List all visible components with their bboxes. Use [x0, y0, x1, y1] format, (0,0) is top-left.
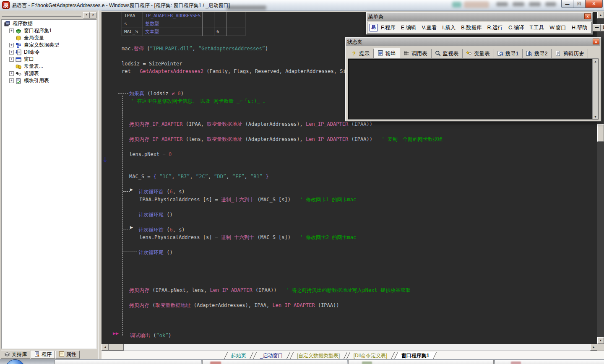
- code-line[interactable]: 调试输出 (“ok”): [130, 333, 172, 338]
- scroll-down-button[interactable]: ▼: [597, 337, 604, 344]
- status-tab[interactable]: 监视表: [432, 49, 463, 58]
- variable-row[interactable]: s整数型: [122, 20, 245, 28]
- vertical-scroll-thumb[interactable]: [597, 124, 604, 142]
- variable-cell[interactable]: [203, 20, 214, 28]
- menu-item[interactable]: B.数据库: [461, 24, 482, 31]
- variable-name[interactable]: MAC_S: [122, 28, 143, 36]
- expand-icon[interactable]: +: [9, 78, 14, 83]
- tree-item[interactable]: +全局变量: [2, 34, 96, 42]
- variable-name[interactable]: IPAA: [122, 12, 143, 20]
- panel-float-button[interactable]: ▫: [83, 12, 90, 18]
- local-variable-table[interactable]: IPAAIP_ADAPTER_ADDRESSESs整数型MAC_S文本型6: [122, 12, 245, 36]
- expand-icon[interactable]: +: [9, 29, 14, 33]
- tree-root[interactable]: 程序数据: [2, 20, 96, 27]
- status-tab[interactable]: 调用表: [400, 49, 432, 58]
- status-tab[interactable]: 搜寻2: [523, 49, 552, 58]
- code-line[interactable]: 拷贝内存_IP_ADAPTER (lens, 取变量数据地址 (AdapterA…: [129, 137, 443, 142]
- expand-icon[interactable]: +: [9, 71, 14, 76]
- scroll-left-button[interactable]: ◄: [102, 344, 109, 351]
- tree-item[interactable]: +Dll命令: [2, 49, 96, 56]
- variable-type[interactable]: 文本型: [143, 28, 203, 36]
- code-line[interactable]: 拷贝内存_IP_ADAPTER (IPAA, 取变量数据地址 (AdapterA…: [129, 122, 372, 127]
- menu-item[interactable]: I.插入: [442, 24, 456, 31]
- code-line[interactable]: lens.pNext = 0: [129, 152, 172, 157]
- variable-row[interactable]: IPAAIP_ADAPTER_ADDRESSES: [122, 12, 245, 20]
- panel-close-button[interactable]: ×: [90, 12, 96, 18]
- menu-window-titlebar[interactable]: 菜单条 x: [367, 13, 592, 21]
- status-tab[interactable]: 剪辑历史: [552, 49, 588, 58]
- restore-button[interactable]: 回: [573, 0, 585, 8]
- expand-icon[interactable]: +: [9, 50, 14, 55]
- status-tab[interactable]: ?提示: [348, 49, 374, 58]
- editor-horizontal-scrollbar[interactable]: ◄ ►: [102, 344, 597, 351]
- menu-item[interactable]: C.编译: [508, 24, 524, 31]
- code-line[interactable]: IPAA.PhysicalAddress [s] = 进制_十六到十 (MAC_…: [139, 197, 356, 203]
- menu-item[interactable]: W.窗口: [549, 24, 566, 31]
- code-line[interactable]: ret = GetAdaptersAddresses2 (Family, Fla…: [122, 69, 376, 74]
- variable-cell[interactable]: [227, 28, 245, 36]
- variable-cell[interactable]: [203, 28, 214, 36]
- code-line[interactable]: lodsiz = SizePointer: [122, 61, 182, 67]
- minimize-button[interactable]: ▬: [561, 0, 573, 8]
- panel-grip[interactable]: [2, 15, 81, 17]
- window-titlebar[interactable]: 易 易语言 - E:\hookGetAdaptersAddresses.e - …: [0, 0, 604, 11]
- doc-tab[interactable]: _启动窗口: [253, 352, 290, 359]
- tree-item[interactable]: +模块引用表: [2, 77, 96, 84]
- variable-cell[interactable]: [227, 20, 245, 28]
- variable-type[interactable]: IP_ADAPTER_ADDRESSES: [143, 12, 203, 20]
- taskbar[interactable]: [0, 359, 604, 364]
- expand-icon[interactable]: +: [9, 43, 14, 47]
- close-button[interactable]: ✕: [585, 0, 603, 8]
- code-line[interactable]: mac.暂停 (“IPHLPAPI.dll”, “GetAdaptersAddr…: [122, 46, 268, 52]
- tree-item[interactable]: +自定义数据类型: [2, 42, 96, 49]
- menu-item[interactable]: H.帮助: [572, 24, 588, 31]
- horizontal-scroll-thumb[interactable]: [109, 344, 124, 351]
- menu-minimize-button[interactable]: —: [593, 24, 601, 31]
- code-line[interactable]: 计次循环首 (6, s): [138, 227, 185, 233]
- menu-item[interactable]: R.运行: [487, 24, 503, 31]
- variable-name[interactable]: s: [122, 20, 143, 28]
- doc-tab[interactable]: 起始页: [224, 352, 254, 359]
- menu-item[interactable]: F.程序: [381, 24, 396, 31]
- panel-splitter[interactable]: [98, 10, 102, 359]
- doc-tab[interactable]: [自定义数据类型表]: [289, 352, 347, 359]
- scroll-up-button[interactable]: ▲: [597, 12, 604, 18]
- taskbar-item[interactable]: [495, 360, 604, 364]
- program-data-tree[interactable]: 程序数据+窗口程序集1+全局变量+自定义数据类型+Dll命令+窗口+常量表...…: [1, 19, 97, 349]
- variable-cell[interactable]: [227, 12, 245, 20]
- status-window-close-icon[interactable]: x: [593, 39, 599, 44]
- expand-icon[interactable]: +: [9, 57, 14, 62]
- status-tab[interactable]: 输出: [374, 48, 400, 58]
- variable-type[interactable]: 整数型: [143, 20, 203, 28]
- tree-item[interactable]: +资源表: [2, 70, 96, 77]
- status-window-titlebar[interactable]: 状态夹 x: [346, 38, 600, 46]
- status-tab[interactable]: 变量表: [463, 49, 494, 58]
- left-tab-item[interactable]: 属性: [55, 351, 80, 359]
- left-tab-active[interactable]: 程序: [31, 351, 55, 359]
- tree-item[interactable]: +常量表...: [2, 63, 96, 70]
- variable-cell[interactable]: [214, 12, 227, 20]
- doc-tab[interactable]: [Dll命令定义表]: [346, 352, 395, 359]
- menu-restore-button[interactable]: 回: [601, 24, 604, 31]
- left-tab-item[interactable]: 支持库: [1, 351, 30, 359]
- code-line[interactable]: 计次循环尾 (): [138, 212, 173, 218]
- status-tab[interactable]: 搜寻1: [494, 49, 523, 58]
- menu-item[interactable]: T.工具: [530, 24, 544, 31]
- taskbar-item[interactable]: [202, 360, 347, 364]
- code-line[interactable]: 如果真 (lodsiz ≠ 0): [129, 91, 184, 96]
- taskbar-item[interactable]: [348, 360, 494, 364]
- code-line[interactable]: lens.PhysicalAddress [s] = 进制_十六到十 (MAC_…: [139, 235, 356, 240]
- tree-item[interactable]: +窗口程序集1: [2, 27, 96, 34]
- menu-item[interactable]: E.编辑: [401, 24, 417, 31]
- code-line[interactable]: 拷贝内存 (取变量数据地址 (AdapterAddresses), IPAA, …: [129, 303, 339, 308]
- status-scroll-down-icon[interactable]: ▼: [593, 115, 598, 118]
- variable-cell[interactable]: [214, 20, 227, 28]
- scroll-right-button[interactable]: ►: [590, 344, 597, 351]
- variable-row[interactable]: MAC_S文本型6: [122, 28, 245, 36]
- tree-item[interactable]: +窗口: [2, 56, 96, 63]
- menu-item[interactable]: V.查看: [422, 24, 437, 31]
- status-output-panel[interactable]: ▲ ▼: [348, 59, 599, 120]
- code-line[interactable]: 计次循环尾 (): [138, 250, 173, 255]
- doc-tab[interactable]: 窗口程序集1: [394, 352, 437, 359]
- taskbar-item[interactable]: [55, 360, 201, 364]
